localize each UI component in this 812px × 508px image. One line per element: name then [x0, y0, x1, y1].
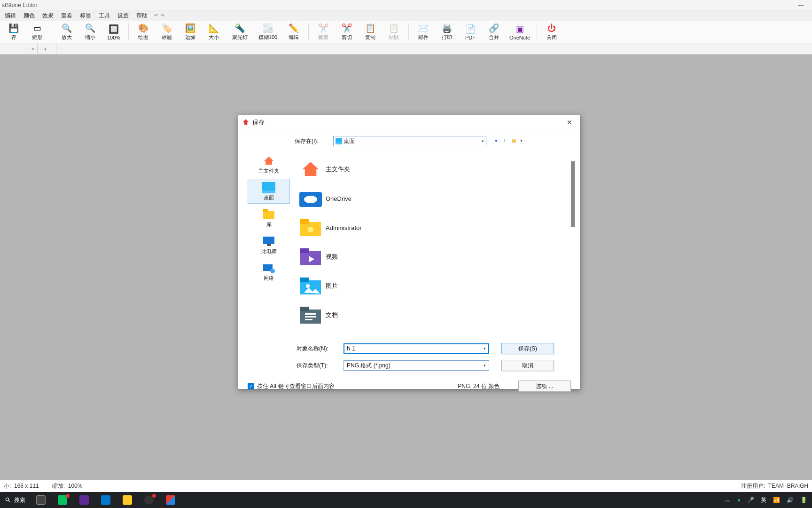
wechat-icon[interactable]	[52, 492, 73, 508]
nav-view-icon[interactable]: ▾	[520, 138, 527, 144]
svg-rect-6	[263, 237, 274, 244]
library-icon	[261, 208, 276, 221]
place-desktop[interactable]: 桌面	[248, 179, 290, 204]
merge-button[interactable]: 🔗合并	[482, 21, 506, 43]
crop-button[interactable]: ✂️裁剪	[312, 21, 335, 43]
tray-mic-icon[interactable]: 🎤	[747, 497, 754, 503]
spotlight-button[interactable]: 🔦聚光灯	[226, 21, 254, 43]
faststone-icon[interactable]	[160, 492, 181, 508]
save-confirm-button[interactable]: 保存(S)	[501, 343, 554, 354]
pdf-icon: 📄	[465, 24, 476, 35]
desktop-icon	[336, 138, 342, 144]
close-button[interactable]: ⏻关闭	[540, 21, 563, 43]
copy-button[interactable]: 📋复制	[359, 21, 382, 43]
tray-wifi-icon[interactable]: 📶	[773, 497, 780, 503]
cut-button[interactable]: ✂️剪切	[335, 21, 359, 43]
tray-battery-icon[interactable]: 🔋	[800, 497, 807, 503]
draw-button[interactable]: 🎨绘图	[132, 21, 155, 43]
edge-icon: 🖼️	[185, 23, 195, 34]
svg-rect-2	[262, 182, 275, 190]
spotlight-icon: 🔦	[234, 23, 245, 34]
menu-color[interactable]: 颜色	[20, 11, 39, 21]
zoom-in-button[interactable]: 🔍放大	[55, 21, 78, 43]
menu-edit[interactable]: 编辑	[1, 11, 20, 21]
menu-effect[interactable]: 效果	[39, 11, 57, 21]
caption-button[interactable]: 🏷️标题	[155, 21, 179, 43]
tray-chevron-icon[interactable]: ︿	[725, 496, 731, 504]
minimize-button[interactable]: —	[791, 2, 810, 8]
file-item-video[interactable]: 视频	[297, 242, 569, 271]
file-item-home[interactable]: 主文件夹	[297, 155, 569, 184]
paste-button[interactable]: 📋粘贴	[382, 21, 406, 43]
file-item-documents[interactable]: 文档	[297, 301, 569, 330]
place-library[interactable]: 库	[248, 206, 290, 230]
tray-wechat-icon[interactable]: ●	[737, 497, 741, 503]
text-cursor-icon: 𝙸	[351, 345, 357, 353]
undo-icon[interactable]: ↶	[154, 13, 158, 19]
blur-button[interactable]: 🌫️模糊100	[254, 21, 282, 43]
jetbrains-icon[interactable]	[73, 492, 95, 508]
filename-input[interactable]: h 𝙸 ▾	[344, 343, 489, 354]
alt-hint-label: 按住 Alt 键可查看窗口后面内容	[257, 382, 335, 390]
onenote-button[interactable]: ▣OneNote	[506, 21, 534, 43]
dialog-titlebar: 保存 ✕	[238, 115, 580, 129]
edge-button[interactable]: 🖼️边缘	[179, 21, 202, 43]
zoom-out-button[interactable]: 🔍缩小	[78, 21, 102, 43]
cancel-button[interactable]: 取消	[501, 360, 554, 371]
taskbar-search[interactable]: 搜索	[0, 496, 30, 504]
zoom-out-icon: 🔍	[85, 23, 95, 34]
file-item-user[interactable]: Administrator	[297, 213, 569, 242]
menu-settings[interactable]: 设置	[114, 11, 133, 21]
place-network[interactable]: 网络	[248, 259, 290, 284]
place-home[interactable]: 主文件夹	[248, 152, 290, 177]
tab-add[interactable]: +	[38, 43, 56, 54]
filetype-combo[interactable]: PNG 格式 (*.png) ▾	[344, 360, 489, 371]
location-combo[interactable]: 桌面 ▾	[333, 136, 486, 146]
app-title: stStone Editor	[2, 2, 37, 8]
nav-up-icon[interactable]: ↑	[503, 138, 510, 144]
redo-icon[interactable]: ↷	[160, 13, 164, 19]
mail-button[interactable]: ✉️邮件	[412, 21, 435, 43]
explorer-icon[interactable]	[117, 492, 138, 508]
nav-new-folder-icon[interactable]: ▦	[512, 138, 518, 144]
filename-label: 对象名称(N):	[297, 345, 344, 353]
computer-icon	[261, 235, 276, 248]
place-thispc[interactable]: 此电脑	[248, 232, 290, 257]
app-icon[interactable]	[138, 492, 160, 508]
svg-rect-23	[305, 316, 316, 318]
edit-button[interactable]: ✏️编辑	[282, 21, 305, 43]
file-item-pictures[interactable]: 图片	[297, 271, 569, 301]
options-button[interactable]: 选项 ...	[518, 381, 571, 392]
svg-rect-21	[300, 307, 309, 311]
rect-button[interactable]: ▭矩形	[25, 21, 49, 43]
filename-value: h	[347, 345, 350, 352]
network-icon	[261, 262, 276, 275]
vscode-icon[interactable]	[95, 492, 117, 508]
file-list-area: 主文件夹 OneDrive Administrator 视频 图片	[296, 152, 571, 338]
file-item-onedrive[interactable]: OneDrive	[297, 184, 569, 213]
menu-help[interactable]: 帮助	[133, 11, 151, 21]
menu-view[interactable]: 查看	[57, 11, 76, 21]
menu-tags[interactable]: 标签	[76, 11, 95, 21]
print-button[interactable]: 🖨️打印	[435, 21, 459, 43]
tray-volume-icon[interactable]: 🔊	[787, 497, 794, 503]
save-button[interactable]: 💾存	[2, 21, 25, 43]
tab-close[interactable]: ×	[0, 43, 38, 54]
dialog-close-button[interactable]: ✕	[562, 119, 577, 126]
nav-back-icon[interactable]: ●	[495, 138, 501, 144]
pdf-button[interactable]: 📄PDF	[459, 21, 482, 43]
blur-icon: 🌫️	[263, 23, 273, 34]
menu-tools[interactable]: 工具	[95, 11, 114, 21]
svg-point-14	[308, 227, 313, 232]
user-label: 注册用户:	[741, 483, 765, 489]
scrollbar-thumb[interactable]	[571, 161, 575, 227]
video-folder-icon	[297, 246, 324, 268]
resize-button[interactable]: 📐大小	[202, 21, 226, 43]
tab-row: × +	[0, 43, 812, 55]
taskview-icon[interactable]	[30, 492, 52, 508]
zoom-100-button[interactable]: 🔲100%	[102, 21, 125, 43]
tray-ime[interactable]: 英	[761, 496, 766, 504]
alt-preview-checkbox[interactable]: ✓	[248, 383, 254, 389]
places-bar: 主文件夹 桌面 库 此电脑 网络	[248, 152, 290, 338]
svg-rect-5	[263, 209, 268, 212]
